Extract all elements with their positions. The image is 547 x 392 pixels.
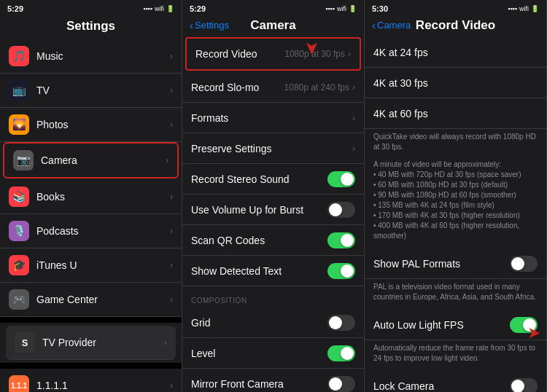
show-pal-label: Show PAL Formats (373, 258, 510, 270)
separator-2 (0, 363, 182, 369)
back-to-settings[interactable]: ‹ Settings (190, 19, 229, 31)
tv-icon: 📺 (9, 80, 29, 101)
level-toggle[interactable] (327, 345, 355, 361)
mirror-front-toggle[interactable] (327, 376, 355, 392)
show-pal-item[interactable]: Show PAL Formats (365, 248, 546, 279)
record-video-item[interactable]: Record Video 1080p at 30 fps › (187, 39, 360, 69)
wifi-icon-3: wifi (519, 5, 529, 12)
4k-60fps-item[interactable]: 4K at 60 fps (365, 98, 546, 129)
scan-qr-label: Scan QR Codes (191, 235, 327, 246)
grid-toggle[interactable] (327, 315, 355, 331)
back-to-camera[interactable]: ‹ Camera (372, 19, 411, 31)
camera-chevron: › (166, 155, 168, 165)
settings-item-music[interactable]: 🎵 Music › (0, 39, 182, 74)
arrow-lock-wb: ➤ (527, 324, 540, 342)
status-bar-2: 5:29 ▪▪▪▪ wifi 🔋 (182, 0, 364, 16)
record-video-highlight: Record Video 1080p at 30 fps › (185, 37, 361, 71)
wifi-icon-2: wifi (337, 5, 346, 12)
settings-item-game-center[interactable]: 🎮 Game Center › (0, 283, 182, 317)
settings-item-books[interactable]: 📚 Books › (0, 180, 182, 214)
status-icons-1: ▪▪▪▪ wifi 🔋 (143, 5, 174, 12)
podcasts-icon: 🎙️ (9, 221, 29, 241)
photos-chevron: › (170, 119, 173, 130)
wifi-icon: wifi (155, 5, 164, 12)
record-slomo-value: 1080p at 240 fps (284, 82, 349, 93)
game-center-label: Game Center (36, 294, 170, 305)
status-icons-2: ▪▪▪▪ wifi 🔋 (325, 5, 357, 12)
record-slomo-item[interactable]: Record Slo-mo 1080p at 240 fps › (182, 72, 364, 103)
record-slomo-label: Record Slo-mo (191, 82, 284, 93)
level-label: Level (191, 348, 327, 359)
time-2: 5:29 (190, 4, 206, 13)
show-detected-toggle[interactable] (327, 263, 355, 279)
lock-camera-label: Lock Camera (373, 380, 510, 392)
4k-30fps-item[interactable]: 4K at 30 fps (365, 68, 546, 98)
camera-icon: 📷 (13, 150, 34, 170)
tv-provider-item[interactable]: S TV Provider › (6, 326, 176, 360)
4k-30fps-label: 4K at 30 fps (373, 77, 538, 89)
music-label: Music (36, 50, 170, 62)
scan-qr-item[interactable]: Scan QR Codes (182, 225, 364, 256)
lock-camera-item[interactable]: Lock Camera (365, 371, 546, 392)
books-chevron: › (170, 192, 173, 202)
back-chevron-icon: ‹ (190, 19, 193, 31)
settings-item-camera[interactable]: 📷 Camera › (4, 144, 177, 177)
status-icons-3: ▪▪▪▪ wifi 🔋 (508, 5, 539, 12)
level-item[interactable]: Level (182, 338, 364, 369)
mirror-front-item[interactable]: Mirror Front Camera (182, 369, 364, 392)
scan-qr-toggle[interactable] (327, 232, 355, 248)
formats-label: Formats (191, 112, 352, 124)
11111-icon: 1.1.1 (9, 375, 29, 392)
minute-desc: A minute of video will be approximately:… (365, 160, 546, 248)
record-slomo-chevron: › (352, 82, 355, 93)
tv-chevron: › (170, 85, 173, 95)
settings-list: 🎵 Music › 📺 TV › 🌄 Photos › 📷 Camera › 📚 (0, 39, 182, 392)
show-detected-item[interactable]: Show Detected Text (182, 256, 364, 286)
signal-icon-3: ▪▪▪▪ (508, 5, 517, 12)
podcasts-label: Podcasts (36, 225, 170, 237)
back-label-2: Settings (195, 20, 229, 31)
record-video-list: 4K at 24 fps 4K at 30 fps 4K at 60 fps Q… (365, 37, 546, 392)
camera-header: ‹ Settings Camera (182, 16, 364, 37)
volume-burst-toggle[interactable] (327, 202, 355, 218)
auto-low-light-label: Auto Low Light FPS (373, 319, 510, 331)
signal-icon-2: ▪▪▪▪ (325, 5, 335, 12)
record-stereo-label: Record Stereo Sound (191, 173, 327, 185)
11111-label: 1.1.1.1 (36, 380, 170, 391)
separator-1 (0, 317, 182, 323)
itunes-u-label: iTunes U (36, 259, 170, 271)
game-center-chevron: › (170, 294, 173, 305)
11111-chevron: › (170, 380, 173, 391)
record-stereo-item[interactable]: Record Stereo Sound (182, 164, 364, 195)
settings-item-itunes-u[interactable]: 🎓 iTunes U › (0, 248, 182, 283)
record-video-header: ‹ Camera Record Video (365, 16, 546, 37)
4k-24fps-label: 4K at 24 fps (373, 47, 538, 58)
4k-24fps-item[interactable]: 4K at 24 fps (365, 37, 546, 68)
quicktake-desc: QuickTake video will always record with … (365, 129, 546, 160)
auto-low-light-item[interactable]: Auto Low Light FPS (365, 310, 546, 340)
lock-camera-toggle[interactable] (510, 378, 538, 393)
record-video-chevron: › (348, 49, 351, 59)
battery-icon: 🔋 (166, 5, 174, 12)
formats-chevron: › (352, 113, 355, 123)
preserve-settings-label: Preserve Settings (191, 143, 352, 154)
app-item-11111[interactable]: 1.1.1 1.1.1.1 › (0, 369, 182, 392)
auto-low-desc: Automatically reduce the frame rate from… (365, 340, 546, 371)
preserve-settings-item[interactable]: Preserve Settings › (182, 133, 364, 164)
settings-item-photos[interactable]: 🌄 Photos › (0, 108, 182, 142)
itunes-u-icon: 🎓 (9, 255, 29, 275)
settings-item-tv[interactable]: 📺 TV › (0, 74, 182, 108)
settings-item-podcasts[interactable]: 🎙️ Podcasts › (0, 214, 182, 248)
settings-panel: 5:29 ▪▪▪▪ wifi 🔋 Settings 🎵 Music › 📺 TV… (0, 0, 182, 392)
show-detected-label: Show Detected Text (191, 265, 327, 277)
tv-provider-icon: S (15, 332, 35, 353)
record-video-label: Record Video (195, 48, 284, 60)
back-chevron-icon-3: ‹ (372, 19, 376, 31)
volume-burst-label: Use Volume Up for Burst (191, 204, 327, 216)
volume-burst-item[interactable]: Use Volume Up for Burst (182, 195, 364, 225)
formats-item[interactable]: Formats › (182, 103, 364, 133)
tv-label: TV (36, 85, 170, 96)
record-stereo-toggle[interactable] (327, 171, 355, 187)
show-pal-toggle[interactable] (510, 256, 538, 272)
grid-item[interactable]: Grid (182, 307, 364, 338)
